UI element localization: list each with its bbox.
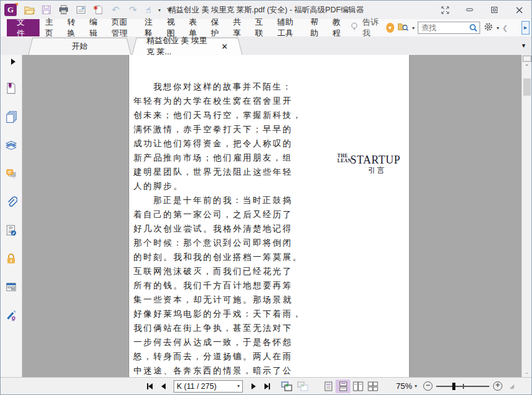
attachments-panel-icon[interactable] [4, 194, 19, 209]
zoom-level-value[interactable]: 75% [396, 381, 412, 391]
paragraph: 那正是十年前的我：当时正鼓捣着自己的第一家公司，之后又经历了好几次创业尝试。我格… [133, 193, 300, 377]
document-viewport[interactable]: 我想你对这样的故事并不陌生：年轻有为的大学在校生窝在宿舍里开创未来；他们天马行空… [22, 55, 521, 377]
redo-icon[interactable]: ↷ [125, 2, 140, 17]
text-line: 集一些资本，却无计可施。那场景就 [133, 293, 300, 307]
tab-list-caret-icon[interactable]: ▼ [521, 43, 526, 49]
text-line: 那个时候：那个意识到公司即将倒闭 [133, 236, 300, 250]
menu-file-button[interactable]: 文件 [7, 19, 40, 36]
scroll-up-icon[interactable]: ⌃ [525, 64, 530, 70]
tab-document[interactable]: 精益创业 美 埃里克 莱... ✕ [134, 38, 240, 55]
zoom-out-button[interactable]: − [423, 381, 433, 391]
menu-item-11[interactable]: 帮助 [305, 19, 327, 36]
fields-panel-icon[interactable] [4, 280, 19, 294]
facing-view-icon[interactable] [350, 380, 365, 393]
single-page-view-icon[interactable] [321, 380, 336, 393]
text-line: 怒，转身而去，分道扬镳。两人在雨 [133, 349, 300, 364]
gear-caret-icon[interactable]: ▾ [497, 25, 499, 31]
sign-panel-icon[interactable] [4, 308, 19, 323]
next-view-button[interactable] [295, 380, 311, 393]
security-panel-icon[interactable] [4, 251, 19, 266]
menu-item-12[interactable]: 教程 [327, 19, 349, 36]
tab-close-icon[interactable]: ✕ [221, 43, 228, 51]
menu-item-8[interactable]: 共享 [227, 19, 250, 36]
expand-toolbar-button[interactable]: ▶ [521, 21, 530, 35]
digital-signatures-panel-icon[interactable] [4, 223, 19, 238]
document-tab-bar: 开始 精益创业 美 埃里克 莱... ✕ ▼ [1, 36, 531, 55]
restore-icon[interactable] [482, 1, 507, 19]
new-document-icon[interactable]: ✱ [91, 2, 106, 17]
zoom-caret-icon[interactable]: ▾ [415, 383, 417, 389]
lightbulb-icon[interactable] [349, 22, 360, 34]
tell-me-label[interactable]: 告诉我 [363, 17, 383, 39]
menu-item-7[interactable]: 保护 [205, 19, 227, 36]
scrollbar-thumb[interactable] [523, 78, 531, 96]
close-icon[interactable] [507, 1, 531, 19]
previous-view-button[interactable] [279, 380, 295, 393]
email-icon[interactable] [74, 2, 88, 17]
vertical-scrollbar[interactable]: ⌃ ⌄ [521, 55, 531, 377]
menu-item-6[interactable]: 表单 [183, 19, 205, 36]
pages-panel-icon[interactable] [4, 109, 19, 124]
menu-item-1[interactable]: 转换 [62, 19, 84, 36]
minimize-icon[interactable] [457, 1, 482, 19]
menu-item-2[interactable]: 编辑 [83, 19, 106, 36]
search-input[interactable]: 查找 [418, 22, 480, 34]
customize-toolbar-icon[interactable] [165, 2, 174, 17]
previous-page-button[interactable] [156, 380, 170, 393]
menu-item-3[interactable]: 页面管理 [106, 19, 139, 36]
menu-item-5[interactable]: 视图 [161, 19, 184, 36]
zoom-in-button[interactable]: + [493, 381, 502, 391]
folder-search-icon[interactable] [397, 22, 409, 34]
search-icon[interactable] [469, 23, 478, 32]
app-logo-icon[interactable]: G [4, 4, 17, 16]
folder-search-caret-icon[interactable]: ▾ [412, 25, 415, 31]
resize-grip-icon[interactable] [505, 380, 517, 393]
menu-right-cluster: 告诉我 ♥ ▾ 查找 ▾ ❮ [349, 19, 531, 36]
hand-tool-icon[interactable]: ☝ [143, 2, 154, 17]
menu-bar: 文件 主页转换编辑页面管理注释视图表单保护共享互联辅助工具帮助教程 告诉我 ♥ … [1, 19, 531, 36]
last-page-button[interactable] [260, 380, 274, 393]
favorite-heart-icon[interactable]: ♥ [386, 23, 394, 33]
next-page-button[interactable] [247, 380, 260, 393]
menu-item-9[interactable]: 互联 [250, 19, 272, 36]
layers-panel-icon[interactable] [4, 138, 19, 152]
bookmarks-panel-icon[interactable] [4, 81, 19, 96]
app-window: 精益创业 美 埃里克 莱斯.pdf (安全) - 福昕高级PDF编辑器 G ✱ … [0, 0, 532, 395]
save-icon[interactable] [39, 2, 54, 17]
collapse-chevron-icon[interactable]: ❮ [502, 24, 508, 32]
first-page-button[interactable] [143, 380, 156, 393]
hand-tool-caret-icon[interactable]: ▾ [156, 2, 163, 17]
scrollbar-top-box[interactable] [523, 56, 531, 62]
fullscreen-icon[interactable] [433, 1, 457, 19]
panel-expand-icon[interactable] [11, 59, 15, 65]
menu-item-0[interactable]: 主页 [40, 19, 62, 36]
page-selector-caret-icon: ▾ [237, 383, 240, 389]
menu-item-10[interactable]: 辅助工具 [272, 19, 305, 36]
text-line: 创未来；他们天马行空，掌握新科技， [133, 108, 300, 122]
chapter-caption: 引言 [368, 165, 386, 176]
text-line: 的时刻。我和我的创业搭档一筹莫展。 [133, 250, 300, 264]
svg-text:✱: ✱ [93, 5, 98, 11]
tab-start[interactable]: 开始 [30, 38, 129, 55]
page-text-column: 我想你对这样的故事并不陌生：年轻有为的大学在校生窝在宿舍里开创未来；他们天马行空… [133, 80, 300, 377]
zoom-slider-handle[interactable] [452, 383, 455, 390]
text-line: 满怀激情，赤手空拳打天下；早早的 [133, 122, 300, 136]
page-number-value: K (11 / 275) [177, 382, 237, 391]
text-line: 年轻有为的大学在校生窝在宿舍里开 [133, 94, 300, 108]
continuous-view-icon[interactable] [336, 380, 350, 393]
open-file-icon[interactable] [22, 2, 36, 17]
pdf-page[interactable]: 我想你对这样的故事并不陌生：年轻有为的大学在校生窝在宿舍里开创未来；他们天马行空… [129, 55, 410, 377]
search-placeholder: 查找 [421, 23, 469, 33]
continuous-facing-view-icon[interactable] [365, 380, 380, 393]
page-number-selector[interactable]: K (11 / 275) ▾ [174, 380, 243, 393]
undo-icon[interactable]: ↶ [108, 2, 123, 17]
comments-panel-icon[interactable] [4, 166, 19, 181]
zoom-slider[interactable] [436, 382, 489, 391]
chapter-logo: THE LEAN STARTUP 引言 [337, 154, 396, 164]
scroll-down-icon[interactable]: ⌄ [525, 369, 530, 375]
tab-start-label: 开始 [72, 41, 88, 52]
menu-item-4[interactable]: 注释 [139, 19, 161, 36]
gear-icon[interactable] [483, 22, 494, 34]
text-line: 中迷途、各奔东西的情景，暗示了公 [133, 364, 300, 377]
print-icon[interactable] [56, 2, 71, 17]
